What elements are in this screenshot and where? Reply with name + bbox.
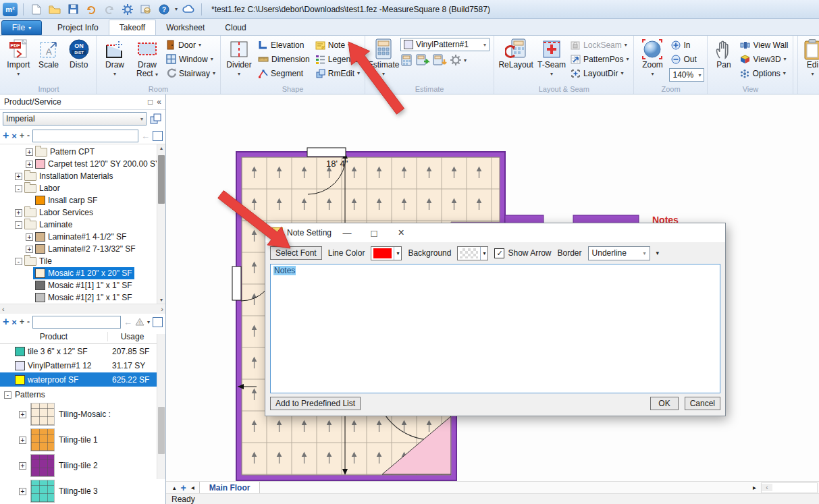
column-header-product[interactable]: Product xyxy=(0,332,108,341)
expander-icon[interactable]: + xyxy=(26,161,33,168)
stairway-button[interactable]: Stairway▾ xyxy=(164,66,217,80)
close-button[interactable]: × xyxy=(390,227,413,239)
estimate-export-icon[interactable] xyxy=(416,54,431,66)
scroll-right-icon[interactable]: › xyxy=(161,305,163,313)
collapse-all-button[interactable]: - xyxy=(27,131,30,140)
dimension-button[interactable]: Dimension xyxy=(256,52,312,66)
unit-select[interactable]: Imperial▾ xyxy=(3,112,147,125)
tab-worksheet[interactable]: Worksheet xyxy=(156,20,215,35)
window-button[interactable]: Window▾ xyxy=(164,52,217,66)
tree-item[interactable]: + Laminate#2 7-13/32" SF xyxy=(0,243,157,255)
new-file-icon[interactable] xyxy=(29,3,44,16)
sheet-menu-icon[interactable]: ▴ xyxy=(173,484,176,491)
catalog-icon[interactable] xyxy=(149,113,163,125)
expand-all-button[interactable]: + xyxy=(20,131,24,140)
delete-usage-button[interactable]: × xyxy=(11,317,17,327)
divider-button[interactable]: Divider▾ xyxy=(223,36,255,84)
open-folder-icon[interactable] xyxy=(47,3,62,16)
tree-item[interactable]: + Carpet test 12'0" SY 200.00 SY xyxy=(0,158,157,170)
usage-search-input[interactable] xyxy=(32,316,121,329)
disto-button[interactable]: ONDIST Disto xyxy=(64,36,93,84)
pattern-item[interactable]: + Tiling-tile 2 xyxy=(0,453,165,478)
expander-icon[interactable]: + xyxy=(15,173,22,180)
settings-gear-icon[interactable] xyxy=(120,3,135,16)
view-options-button[interactable]: Options▾ xyxy=(738,66,790,80)
zoom-in-button[interactable]: In xyxy=(669,38,704,52)
expander-icon[interactable]: + xyxy=(26,148,33,156)
collapse-all-button[interactable]: - xyxy=(27,317,30,327)
tree-item[interactable]: + Installation Materials xyxy=(0,170,157,182)
database-icon[interactable] xyxy=(138,3,153,16)
show-arrow-checkbox[interactable]: ✓Show Arrow xyxy=(494,248,551,258)
tree-item[interactable]: + Labor Services xyxy=(0,206,157,219)
expander-icon[interactable]: + xyxy=(19,411,26,418)
float-panel-icon[interactable]: □ xyxy=(148,97,153,107)
expander-icon[interactable]: + xyxy=(19,488,26,495)
expander-icon[interactable]: + xyxy=(19,437,26,444)
undo-icon[interactable] xyxy=(84,3,99,16)
expander-icon[interactable]: - xyxy=(15,185,22,192)
warning-icon[interactable]: ! xyxy=(135,318,144,326)
tseam-button[interactable]: T-Seam▾ xyxy=(536,36,567,84)
pattern-item[interactable]: + Tiling-tile 1 xyxy=(0,427,165,453)
tree-item[interactable]: Mosaic #1 20" x 20" SF xyxy=(0,267,157,279)
grid-view-icon[interactable] xyxy=(153,317,163,327)
sheet-tab-main-floor[interactable]: Main Floor xyxy=(199,482,261,494)
patternpos-button[interactable]: PatternPos▾ xyxy=(569,52,631,66)
table-row[interactable]: waterproof SF 625.22 SF xyxy=(0,372,165,387)
back-arrow-icon[interactable]: ← xyxy=(124,317,132,327)
relayout-button[interactable]: ReLayout xyxy=(497,36,535,84)
door-top[interactable] xyxy=(307,148,346,157)
pattern-item[interactable]: + Tiling-Mosaic : xyxy=(0,401,165,427)
scroll-up-icon[interactable]: ▴ xyxy=(157,145,165,151)
caret-icon[interactable]: ▾ xyxy=(464,57,467,63)
next-sheet-icon[interactable]: ▸ xyxy=(753,484,756,491)
estimate-import-icon[interactable] xyxy=(433,54,448,66)
product-search-input[interactable] xyxy=(32,130,138,142)
tree-item[interactable]: Insall carp SF xyxy=(0,194,157,206)
canvas-hscrollbar[interactable]: ‹ xyxy=(761,482,818,493)
table-row[interactable]: VinylPattern#1 12 31.17 SY xyxy=(0,358,165,372)
line-color-dropdown[interactable]: ▾ xyxy=(371,246,402,260)
more-options-caret-icon[interactable]: ▾ xyxy=(656,250,660,256)
table-row[interactable]: tile 3 6" x 12" SF 207.85 SF xyxy=(0,344,165,358)
legends-button[interactable]: Legends xyxy=(313,52,362,66)
tree-item[interactable]: + Laminate#1 4-1/2" SF xyxy=(0,231,157,243)
tree-item[interactable]: - Tile xyxy=(0,255,157,267)
tree-hscrollbar[interactable]: ‹ › xyxy=(0,304,165,314)
redo-icon[interactable] xyxy=(102,3,117,16)
expander-icon[interactable]: + xyxy=(19,462,26,470)
column-header-usage[interactable]: Usage xyxy=(108,332,157,341)
view3d-button[interactable]: View3D▾ xyxy=(738,52,790,66)
bottom-scrollbar[interactable] xyxy=(157,334,165,479)
collapse-panel-icon[interactable]: « xyxy=(157,97,161,107)
pattern-select[interactable]: VinylPattern#1▾ xyxy=(400,38,490,51)
pan-button[interactable]: Pan xyxy=(710,36,737,84)
cloud-icon[interactable] xyxy=(181,3,196,16)
zoom-level-select[interactable]: 140%▾ xyxy=(669,68,704,82)
segment-button[interactable]: Segment xyxy=(256,66,312,80)
expander-icon[interactable]: - xyxy=(15,258,22,265)
expander-icon[interactable]: + xyxy=(26,246,33,253)
scroll-left-icon[interactable]: ‹ xyxy=(2,305,5,313)
view-wall-button[interactable]: View Wall xyxy=(738,38,790,52)
tab-cloud[interactable]: Cloud xyxy=(215,20,256,35)
zoom-out-button[interactable]: Out xyxy=(669,52,704,66)
expander-icon[interactable]: - xyxy=(15,221,22,229)
scale-button[interactable]: A Scale xyxy=(34,36,63,84)
maximize-button[interactable]: □ xyxy=(363,227,386,239)
expander-icon[interactable]: + xyxy=(26,233,33,241)
caret-icon[interactable]: ▾ xyxy=(147,319,150,325)
ok-button[interactable]: OK xyxy=(650,397,678,410)
save-icon[interactable] xyxy=(65,3,80,16)
estimate-button[interactable]: Estimate▾ xyxy=(368,36,399,84)
minimize-button[interactable]: — xyxy=(336,228,359,238)
estimate-room-icon[interactable] xyxy=(400,54,414,66)
help-icon[interactable]: ? xyxy=(157,3,171,16)
elevation-button[interactable]: Elevation xyxy=(256,38,312,52)
layoutdir-button[interactable]: LayoutDir▾ xyxy=(569,66,631,80)
scroll-left-icon[interactable]: ‹ xyxy=(762,484,772,491)
tree-item[interactable]: - Labor xyxy=(0,182,157,194)
estimate-settings-gear-icon[interactable] xyxy=(450,54,462,66)
tree-item[interactable]: - Laminate xyxy=(0,219,157,231)
